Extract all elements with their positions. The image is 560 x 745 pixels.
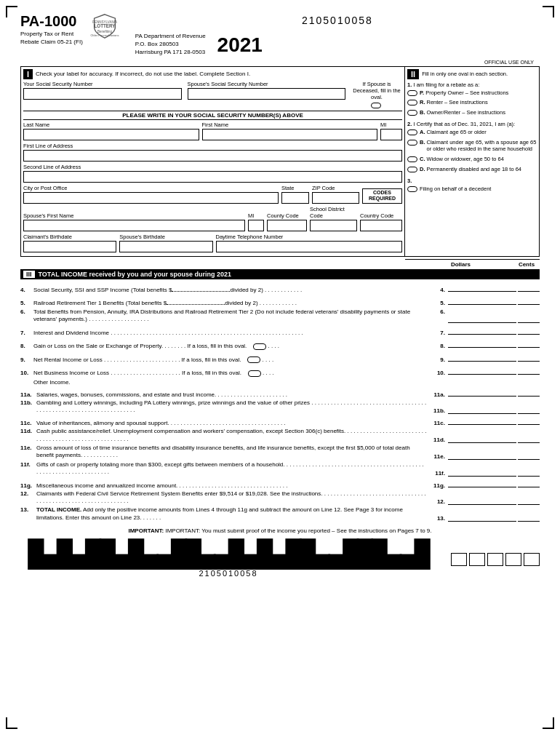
mi2-input[interactable]	[248, 220, 264, 231]
line-11c-cents[interactable]	[518, 415, 540, 425]
first-address-input[interactable]	[23, 150, 402, 162]
line-4-cents[interactable]	[518, 282, 540, 292]
line-11e-dollars[interactable]	[448, 450, 516, 460]
line-7-ref: 7.	[431, 330, 445, 336]
question-1-block: 1. I am filing for a rebate as a: P. Pro…	[407, 81, 537, 116]
line-4-dollars[interactable]	[448, 282, 516, 292]
question-2-block: 2. I Certify that as of Dec. 31, 2021, I…	[407, 121, 537, 173]
zip-input[interactable]	[312, 192, 359, 204]
form-title: PA-1000	[20, 13, 83, 30]
line-11e-ref: 11e.	[427, 453, 445, 460]
line-5-cents[interactable]	[518, 295, 540, 305]
second-address-input[interactable]	[23, 171, 402, 183]
line-11b-cents[interactable]	[518, 405, 540, 414]
state-input[interactable]	[281, 192, 309, 204]
line-11f-cents[interactable]	[518, 467, 540, 477]
phone-input[interactable]	[216, 241, 403, 252]
line-11c-dollars[interactable]	[448, 415, 516, 425]
line-11b-dollars[interactable]	[448, 405, 516, 414]
spouse-birthdate-label: Spouse's Birthdate	[119, 234, 212, 240]
ssn-input[interactable]	[23, 88, 182, 100]
line-11a-num: 11a.	[20, 391, 36, 398]
line-11g-desc: Miscellaneous income and annualized inco…	[36, 482, 427, 489]
box-4	[505, 553, 521, 566]
bottom-barcode: █▄█▄██▄█▄▄██▄▄█▄█▄██▄▄███▄▄█	[20, 541, 436, 567]
last-name-input[interactable]	[23, 129, 199, 140]
form-year: 2021	[217, 33, 263, 57]
box-5	[524, 553, 540, 566]
corner-mark-tl	[6, 6, 17, 17]
q2-label: 2.	[407, 121, 412, 127]
line-11d-cents[interactable]	[518, 434, 540, 443]
cents-header: Cents	[513, 261, 540, 268]
corner-mark-tr	[543, 6, 554, 17]
line-11a-dollars[interactable]	[448, 387, 516, 397]
line-8-cents[interactable]	[518, 338, 540, 348]
school-district-label: School District Code	[310, 206, 357, 219]
line-8-ref: 8.	[431, 343, 445, 349]
line-7-num: 7.	[20, 330, 33, 336]
option-a-oval[interactable]	[407, 130, 417, 135]
line-5-ref: 5.	[431, 300, 445, 306]
line-6-dollars[interactable]	[448, 314, 516, 323]
claimant-birthdate-input[interactable]	[23, 241, 116, 252]
line-13-cents[interactable]	[518, 512, 540, 522]
line-13-dollars[interactable]	[448, 512, 516, 522]
city-input[interactable]	[23, 192, 279, 204]
line-9-cents[interactable]	[518, 352, 540, 362]
line-7-cents[interactable]	[518, 325, 540, 335]
claimant-birthdate-label: Claimant's Birthdate	[23, 234, 116, 240]
line-6-cents[interactable]	[518, 314, 540, 323]
school-district-input[interactable]	[310, 220, 357, 231]
line-5-dollars[interactable]	[448, 295, 516, 305]
line-12-dollars[interactable]	[448, 495, 516, 505]
line-4-ref: 4.	[431, 287, 445, 293]
line-11f-dollars[interactable]	[448, 467, 516, 477]
first-name-input[interactable]	[202, 129, 378, 140]
phone-label: Daytime Telephone Number	[216, 234, 403, 240]
line-11a-cents[interactable]	[518, 387, 540, 397]
address-line2: P.O. Box 280503	[135, 40, 206, 48]
line-10-cents[interactable]	[518, 365, 540, 375]
deceased-label: If Spouse is Deceased, fill in the oval.	[351, 81, 402, 100]
line-11e-cents[interactable]	[518, 450, 540, 460]
line-8-num: 8.	[20, 343, 33, 349]
option-r-oval[interactable]	[407, 100, 417, 105]
line-13-ref: 13.	[427, 515, 445, 522]
line-11g-cents[interactable]	[518, 478, 540, 487]
mi2-label: MI	[248, 212, 264, 219]
spouse-ssn-input[interactable]	[188, 88, 346, 100]
line-11d-dollars[interactable]	[448, 434, 516, 443]
deceased-oval[interactable]	[371, 103, 381, 108]
line-4-num: 4.	[20, 287, 33, 293]
spouse-first-name-input[interactable]	[23, 220, 245, 231]
line-11g-dollars[interactable]	[448, 478, 516, 487]
line-12-cents[interactable]	[518, 495, 540, 505]
line-8-dollars[interactable]	[448, 338, 516, 348]
county-code-input[interactable]	[267, 220, 307, 231]
zip-label: ZIP Code	[312, 185, 359, 191]
section-i-instruction: Check your label for accuracy. If incorr…	[36, 71, 250, 77]
line-12-desc: Claimants with Federal Civil Service Ret…	[36, 490, 427, 506]
country-code-input[interactable]	[360, 220, 402, 231]
spouse-birthdate-input[interactable]	[119, 241, 212, 252]
line-13-desc: TOTAL INCOME. Add only the positive inco…	[36, 506, 427, 522]
option-d-oval[interactable]	[407, 167, 417, 172]
line-9-ref: 9.	[431, 356, 445, 363]
line-9-dollars[interactable]	[448, 352, 516, 362]
form-barcode-number: 2105010058	[135, 13, 540, 26]
option-p-oval[interactable]	[407, 90, 417, 96]
line-10-dollars[interactable]	[448, 365, 516, 375]
other-income-label: Other Income.	[33, 379, 540, 386]
mi-input[interactable]	[380, 129, 402, 140]
line-11c-desc: Value of inheritances, alimony and spous…	[36, 420, 427, 426]
option-decedent-oval[interactable]	[407, 186, 417, 192]
option-b2-oval[interactable]	[407, 140, 417, 146]
option-a: A. Claimant age 65 or older	[407, 129, 537, 136]
option-c-oval[interactable]	[407, 156, 417, 162]
box-2	[469, 553, 485, 566]
line-7-dollars[interactable]	[448, 325, 516, 335]
corner-mark-br	[543, 717, 554, 729]
option-b-oval[interactable]	[407, 110, 417, 116]
option-decedent: Filing on behalf of a decedent	[407, 186, 537, 193]
